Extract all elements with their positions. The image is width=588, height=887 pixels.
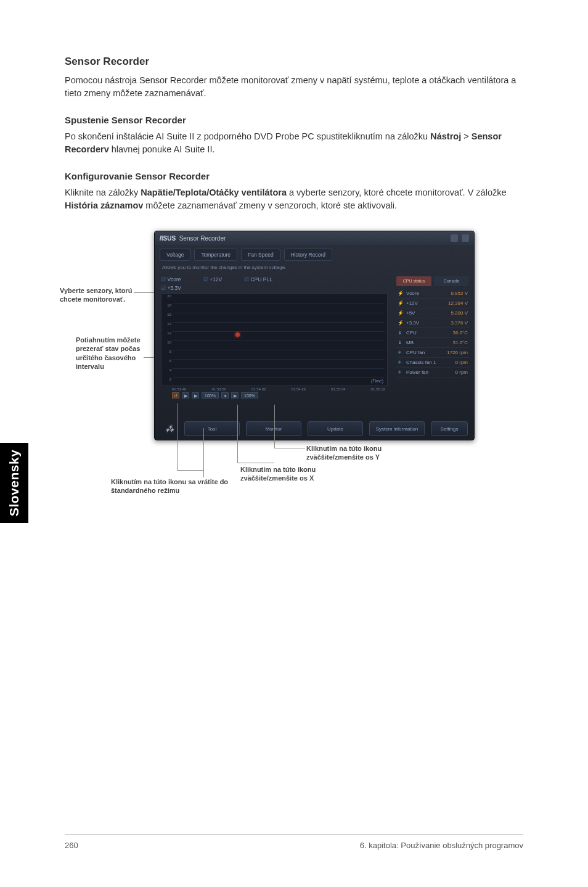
metric-label: Chassis fan 1	[404, 360, 455, 365]
metric-label: +3.3V	[404, 320, 451, 326]
tool-button[interactable]: Tool	[184, 421, 240, 436]
checkbox-12v[interactable]: +12V	[203, 276, 222, 283]
y-tick: 18	[167, 303, 171, 307]
asus-logo-icon: ⁂	[161, 421, 178, 436]
side-tab-cpu-status[interactable]: CPU status	[396, 276, 431, 286]
screenshot: /ISUS Sensor Recorder Voltage Temperatur…	[154, 231, 475, 440]
metric-row: 🌡MB31.0°C	[396, 338, 469, 348]
leader-line	[177, 470, 204, 471]
tab-fan-speed[interactable]: Fan Speed	[241, 249, 280, 261]
y-tick: 16	[167, 313, 171, 316]
x-tick: 01:55:04	[331, 387, 345, 391]
bolt-icon: ⚡	[398, 291, 404, 296]
metric-row: ✳CPU fan1726 rpm	[396, 348, 469, 358]
reset-zoom-icon[interactable]: ↺	[172, 392, 179, 398]
metric-value: 3.376 V	[451, 320, 468, 326]
metric-value: 0.952 V	[451, 291, 468, 296]
y-tick: 20	[167, 294, 171, 298]
system-information-button[interactable]: System information	[369, 421, 425, 436]
window-title: Sensor Recorder	[179, 235, 226, 242]
tab-bar: Voltage Temperature Fan Speed History Re…	[155, 245, 474, 263]
metric-label: +5V	[404, 310, 451, 316]
metric-value: 1726 rpm	[447, 350, 468, 355]
config-text-a: Kliknite na záložky	[65, 188, 141, 197]
checkbox-cpupll[interactable]: CPU PLL	[244, 276, 272, 283]
y-tick: 12	[167, 331, 171, 335]
x-axis: 01:53:46 01:53:50 01:54:02 01:54:26 01:5…	[161, 386, 388, 391]
zoom-x-out-icon[interactable]: ▶	[182, 392, 189, 398]
zoom-y-out-icon[interactable]: ◄	[221, 392, 229, 398]
bolt-icon: ⚡	[398, 310, 404, 316]
zoom-y-in-icon[interactable]: ▶	[231, 392, 239, 398]
metric-value: 12.384 V	[448, 300, 468, 306]
y-tick: 2	[169, 377, 171, 381]
fan-icon: ✳	[398, 360, 404, 365]
launch-text-a: Po skončení inštalácie AI Suite II z pod…	[65, 131, 430, 141]
thermometer-icon: 🌡	[398, 340, 404, 345]
metric-label: Power fan	[404, 369, 455, 375]
bolt-icon: ⚡	[398, 300, 404, 306]
bolt-icon: ⚡	[398, 320, 404, 326]
minimize-icon[interactable]	[451, 234, 458, 242]
metric-value: 0 rpm	[455, 369, 468, 375]
config-bold1: Napätie/Teplota/Otáčky ventilátora	[141, 188, 287, 197]
metric-row: 🌡CPU36.0°C	[396, 328, 469, 338]
side-panel: CPU status Console ⚡Vcore0.952 V ⚡+12V12…	[394, 274, 474, 427]
checkbox-vcore[interactable]: Vcore	[161, 276, 181, 283]
callout-select-sensors: Vyberte senzory, ktorú chcete monitorova…	[60, 286, 134, 304]
metric-value: 5.200 V	[451, 310, 468, 316]
callout-drag-interval: Potiahnutím môžete prezerať stav počas u…	[76, 336, 144, 371]
callout-zoom-x: Kliknutím na túto ikonu zväčšite/zmenšit…	[240, 465, 351, 483]
close-icon[interactable]	[462, 234, 469, 242]
fan-icon: ✳	[398, 350, 404, 355]
metric-value: 36.0°C	[452, 330, 468, 336]
sensor-checkbox-row2: +3.3V	[161, 285, 388, 291]
launch-heading: Spustenie Sensor Recorder	[65, 115, 523, 125]
x-tick: 01:55:12	[371, 387, 385, 391]
config-text-c: môžete zaznamenávať zmeny v senzoroch, k…	[143, 200, 397, 210]
metric-row: ⚡Vcore0.952 V	[396, 289, 469, 299]
callout-zoom-y: Kliknutím na túto ikonu zväčšite/zmenšit…	[306, 444, 423, 462]
thermometer-icon: 🌡	[398, 330, 404, 336]
zoom-x-in-icon[interactable]: ▶	[192, 392, 199, 398]
metric-row: ⚡+12V12.384 V	[396, 299, 469, 308]
config-heading: Konfigurovanie Sensor Recorder	[65, 171, 523, 181]
x-tick: 01:54:02	[251, 387, 266, 391]
y-tick: 4	[169, 368, 171, 372]
chart-data-point	[235, 332, 240, 337]
launch-bold1: Nástroj	[430, 131, 461, 141]
config-text: Kliknite na záložky Napätie/Teplota/Otáč…	[65, 186, 523, 212]
metric-row: ⚡+5V5.200 V	[396, 308, 469, 318]
tab-temperature[interactable]: Temperature	[194, 249, 237, 261]
section-title: Sensor Recorder	[65, 56, 523, 68]
monitor-button[interactable]: Monitor	[246, 421, 301, 436]
leader-line	[134, 292, 154, 293]
metric-label: MB	[404, 340, 452, 345]
update-button[interactable]: Update	[308, 421, 363, 436]
y-tick: 14	[167, 322, 171, 326]
callout-reset: Kliknutím na túto ikonu sa vrátite do št…	[111, 477, 240, 495]
axis-label-time: (Time)	[371, 379, 383, 383]
y-tick: 10	[167, 340, 171, 344]
tab-description: Allows you to monitor the changes in the…	[155, 263, 474, 274]
chart[interactable]: 20 18 16 14 12 10 8 6 4 2	[161, 294, 388, 386]
x-tick: 01:53:46	[172, 387, 186, 391]
tab-voltage[interactable]: Voltage	[160, 249, 190, 261]
page-footer: 260 6. kapitola: Používanie obslužných p…	[65, 834, 523, 850]
metric-row: ✳Chassis fan 10 rpm	[396, 358, 469, 368]
side-tab-console[interactable]: Console	[434, 276, 469, 286]
leader-line	[274, 448, 305, 448]
launch-text: Po skončení inštalácie AI Suite II z pod…	[65, 130, 523, 156]
zoom-x-value: 100%	[202, 392, 219, 398]
window-titlebar: /ISUS Sensor Recorder	[155, 231, 474, 245]
metric-row: ✳Power fan0 rpm	[396, 368, 469, 377]
launch-gt: >	[461, 131, 472, 141]
tab-history-record[interactable]: History Record	[284, 249, 332, 261]
settings-button[interactable]: Settings	[431, 421, 468, 436]
metric-label: CPU fan	[404, 350, 447, 355]
leader-line	[274, 405, 275, 448]
metric-label: Vcore	[404, 291, 451, 296]
checkbox-3v3[interactable]: +3.3V	[161, 285, 181, 291]
metric-label: +12V	[404, 300, 448, 306]
leader-line	[237, 405, 238, 463]
